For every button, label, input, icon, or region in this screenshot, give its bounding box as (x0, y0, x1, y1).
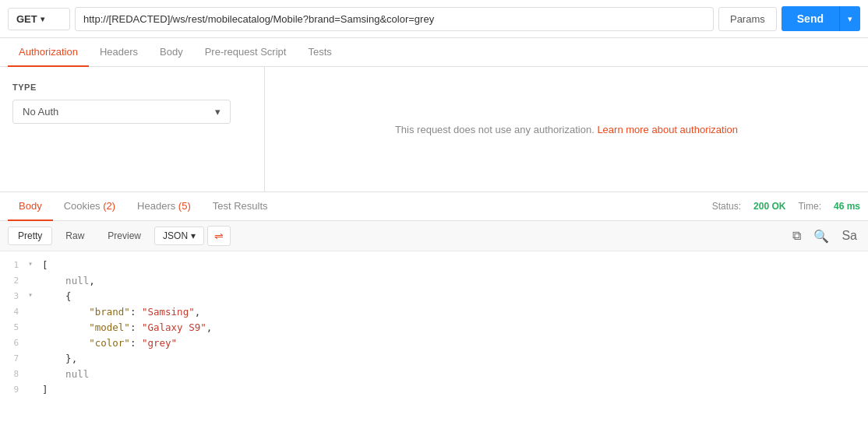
format-value: JSON (163, 230, 188, 241)
search-button[interactable]: 🔍 (810, 227, 832, 245)
url-bar: GET ▾ Params Send ▾ (0, 0, 868, 38)
code-line-8: 8 null (0, 367, 868, 382)
tab-headers[interactable]: Headers (89, 38, 149, 67)
format-select[interactable]: JSON ▾ (154, 227, 204, 245)
code-line-3: 3 ▾ { (0, 289, 868, 304)
code-line-1: 1 ▾ [ (0, 258, 868, 273)
search-icon: 🔍 (813, 230, 829, 243)
url-input[interactable] (75, 7, 714, 31)
cookies-badge: (2) (103, 200, 115, 212)
code-line-4: 4 "brand": "Samsing", (0, 304, 868, 320)
wrap-button[interactable]: ⇌ (207, 226, 231, 246)
auth-type-label: TYPE (12, 83, 252, 92)
format-chevron-icon: ▾ (191, 230, 196, 241)
code-line-9: 9 ] (0, 382, 868, 398)
response-status: Status: 200 OK Time: 46 ms (712, 201, 860, 212)
auth-type-value: No Auth (23, 106, 58, 118)
params-button[interactable]: Params (718, 7, 777, 31)
tab-tests[interactable]: Tests (297, 38, 342, 67)
resp-tab-test-results[interactable]: Test Results (202, 192, 279, 221)
auth-right-panel: This request does not use any authorizat… (265, 67, 868, 191)
wrap-icon: ⇌ (214, 230, 224, 242)
method-select[interactable]: GET ▾ (8, 8, 70, 30)
auth-left-panel: TYPE No Auth ▾ (0, 67, 265, 191)
no-auth-message: This request does not use any authorizat… (395, 124, 595, 135)
pretty-button[interactable]: Pretty (8, 227, 52, 245)
headers-badge: (5) (178, 200, 191, 212)
resp-tab-headers[interactable]: Headers (5) (126, 192, 202, 221)
code-line-2: 2 null, (0, 273, 868, 289)
send-dropdown-button[interactable]: ▾ (839, 6, 860, 31)
copy-icon: ⧉ (792, 229, 801, 242)
response-tabs: Body Cookies (2) Headers (5) Test Result… (8, 192, 279, 220)
code-line-5: 5 "model": "Galaxy S9", (0, 320, 868, 335)
code-view: 1 ▾ [ 2 null, 3 ▾ { 4 "brand": "Samsing"… (0, 251, 868, 404)
status-value: 200 OK (753, 201, 785, 212)
save-button[interactable]: Sa (838, 227, 860, 244)
code-line-6: 6 "color": "grey" (0, 335, 868, 351)
tab-pre-request-script[interactable]: Pre-request Script (194, 38, 298, 67)
response-tabs-bar: Body Cookies (2) Headers (5) Test Result… (0, 192, 868, 221)
preview-button[interactable]: Preview (97, 227, 151, 245)
method-chevron-icon: ▾ (41, 15, 44, 23)
auth-type-chevron-icon: ▾ (215, 106, 221, 118)
auth-type-select[interactable]: No Auth ▾ (12, 100, 231, 124)
raw-button[interactable]: Raw (55, 227, 94, 245)
tab-body[interactable]: Body (149, 38, 194, 67)
send-button[interactable]: Send (782, 6, 839, 31)
format-toolbar: Pretty Raw Preview JSON ▾ ⇌ ⧉ 🔍 Sa (0, 221, 868, 251)
learn-more-link[interactable]: Learn more about authorization (597, 124, 738, 135)
time-value: 46 ms (834, 201, 860, 212)
time-label: Time: (798, 201, 821, 212)
auth-panel: TYPE No Auth ▾ This request does not use… (0, 67, 868, 192)
format-right: ⧉ 🔍 Sa (789, 227, 860, 245)
resp-tab-cookies[interactable]: Cookies (2) (53, 192, 126, 221)
code-line-7: 7 }, (0, 351, 868, 367)
format-left: Pretty Raw Preview JSON ▾ ⇌ (8, 226, 231, 246)
tab-authorization[interactable]: Authorization (8, 38, 89, 67)
save-label: Sa (842, 229, 857, 242)
copy-button[interactable]: ⧉ (789, 227, 804, 244)
method-label: GET (16, 13, 37, 25)
resp-tab-body[interactable]: Body (8, 192, 53, 221)
request-tabs: Authorization Headers Body Pre-request S… (0, 38, 868, 67)
status-label: Status: (712, 201, 741, 212)
send-btn-group: Send ▾ (782, 6, 860, 31)
